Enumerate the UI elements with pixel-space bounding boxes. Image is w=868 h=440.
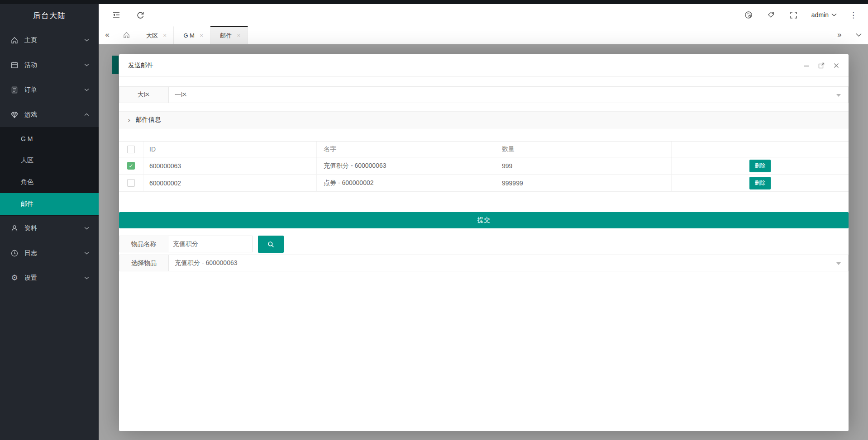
sidebar-item-label: 游戏 [24, 111, 37, 119]
item-select-value: 充值积分 - 600000063 [175, 259, 238, 267]
cell-id: 600000063 [143, 157, 317, 174]
table-row: 600000002 点券 - 600000002 999999 删除 [119, 175, 849, 192]
cell-qty: 999 [493, 157, 672, 174]
navbar: admin ⋮ [99, 4, 868, 26]
tab-server[interactable]: 大区 ✕ [137, 26, 174, 44]
sidebar-item-label: 资料 [24, 224, 37, 232]
fullscreen-icon[interactable] [789, 10, 799, 20]
gem-icon [10, 111, 19, 119]
sidebar-item-label: 主页 [24, 36, 37, 44]
theme-palette-icon[interactable] [744, 10, 754, 20]
submit-button[interactable]: 提交 [119, 212, 849, 228]
close-tab-icon[interactable]: ✕ [163, 33, 167, 38]
navbar-left [99, 10, 145, 20]
item-name-input[interactable] [168, 236, 253, 252]
more-menu-icon[interactable]: ⋮ [849, 11, 857, 19]
chevron-down-icon [831, 13, 837, 17]
sidebar-item-home[interactable]: 主页 [0, 28, 99, 52]
sidebar-item-label: 活动 [24, 61, 37, 69]
tab-label: 大区 [146, 32, 158, 40]
person-icon [10, 224, 19, 232]
sidebar-item-orders[interactable]: 订单 [0, 77, 99, 102]
maximize-icon[interactable] [817, 62, 825, 70]
tag-icon[interactable] [766, 10, 776, 20]
item-select-row: 选择物品 充值积分 - 600000063 [119, 255, 849, 271]
mail-info-collapse-header[interactable]: › 邮件信息 [119, 111, 849, 128]
header-checkbox-cell [119, 142, 143, 157]
tabs-scroll-right-icon[interactable]: » [830, 26, 849, 44]
select-arrow-icon [836, 262, 841, 265]
table-row: ✓ 600000063 充值积分 - 600000063 999 删除 [119, 157, 849, 175]
checkbox-cell [119, 175, 143, 191]
tabs-scroll-left-icon[interactable]: « [99, 26, 116, 44]
chevron-up-icon [84, 113, 89, 116]
search-button[interactable] [258, 236, 284, 253]
server-select-label: 大区 [119, 87, 169, 103]
send-mail-modal: 发送邮件 大区 一区 [119, 54, 849, 431]
cell-name: 点券 - 600000002 [317, 175, 493, 191]
close-icon[interactable] [832, 62, 840, 70]
check-icon: ✓ [129, 163, 133, 169]
sidebar-submenu-games: G M 大区 角色 邮件 [0, 127, 99, 216]
modal-body: 大区 一区 › 邮件信息 ID 名字 数量 [119, 77, 849, 431]
sidebar-item-games[interactable]: 游戏 [0, 102, 99, 127]
username: admin [811, 11, 829, 19]
calendar-icon [10, 61, 19, 69]
sidebar-subitem-gm[interactable]: G M [0, 128, 99, 150]
minimize-icon[interactable] [802, 62, 811, 70]
sidebar: 后台大陆 主页 活动 订单 [0, 4, 99, 440]
tab-gm[interactable]: G M ✕ [174, 26, 210, 44]
mail-items-table: ID 名字 数量 ✓ 600000063 充值积分 - 600000063 99… [119, 141, 849, 192]
item-name-row: 物品名称 [119, 236, 284, 253]
chevron-down-icon [84, 63, 89, 66]
close-tab-icon[interactable]: ✕ [200, 33, 203, 38]
home-icon [10, 36, 19, 44]
chevron-right-icon: › [128, 116, 130, 124]
sidebar-item-activity[interactable]: 活动 [0, 52, 99, 77]
cell-action: 删除 [672, 160, 849, 172]
collapse-sidebar-icon[interactable] [111, 10, 121, 20]
tabbar: « 大区 ✕ G M ✕ 邮件 ✕ » [99, 26, 868, 44]
home-tab-icon[interactable] [116, 26, 137, 44]
sidebar-item-label: 设置 [24, 274, 37, 282]
sidebar-item-logs[interactable]: 日志 [0, 241, 99, 265]
cell-name: 充值积分 - 600000063 [317, 157, 493, 174]
cell-action: 删除 [672, 177, 849, 189]
user-menu[interactable]: admin [811, 11, 837, 19]
search-icon [267, 241, 275, 248]
tab-label: 邮件 [220, 32, 232, 40]
row-checkbox[interactable] [127, 179, 135, 187]
cell-id: 600000002 [143, 175, 317, 191]
tabs-menu-icon[interactable] [849, 26, 868, 44]
sidebar-subitem-role[interactable]: 角色 [0, 171, 99, 193]
item-select[interactable]: 充值积分 - 600000063 [169, 255, 848, 271]
delete-button[interactable]: 删除 [749, 177, 771, 189]
modal-controls [802, 54, 840, 77]
clock-icon [10, 249, 19, 257]
tab-label: G M [183, 32, 195, 39]
sidebar-item-profile[interactable]: 资料 [0, 216, 99, 241]
header-id: ID [143, 142, 317, 157]
server-select[interactable]: 一区 [169, 87, 848, 103]
row-checkbox[interactable]: ✓ [127, 162, 135, 170]
cell-qty: 999999 [493, 175, 672, 191]
sidebar-item-settings[interactable]: ⚙ 设置 [0, 265, 99, 290]
window-top-strip [0, 0, 868, 4]
sidebar-subitem-server[interactable]: 大区 [0, 150, 99, 171]
delete-button[interactable]: 删除 [749, 160, 771, 172]
chevron-down-icon [84, 38, 89, 42]
collapse-label: 邮件信息 [135, 116, 161, 124]
close-tab-icon[interactable]: ✕ [237, 33, 240, 38]
select-all-checkbox[interactable] [127, 146, 135, 153]
modal-title: 发送邮件 [128, 62, 153, 70]
server-select-value: 一区 [175, 91, 187, 99]
checkbox-cell: ✓ [119, 157, 143, 174]
page: 后台大陆 主页 活动 订单 [0, 0, 868, 440]
tab-mail[interactable]: 邮件 ✕ [210, 26, 248, 44]
sidebar-subitem-mail[interactable]: 邮件 [0, 193, 99, 215]
refresh-icon[interactable] [135, 10, 145, 20]
item-select-label: 选择物品 [119, 255, 169, 271]
order-icon [10, 86, 19, 94]
header-qty: 数量 [493, 142, 672, 157]
sidebar-item-label: 订单 [24, 86, 37, 94]
